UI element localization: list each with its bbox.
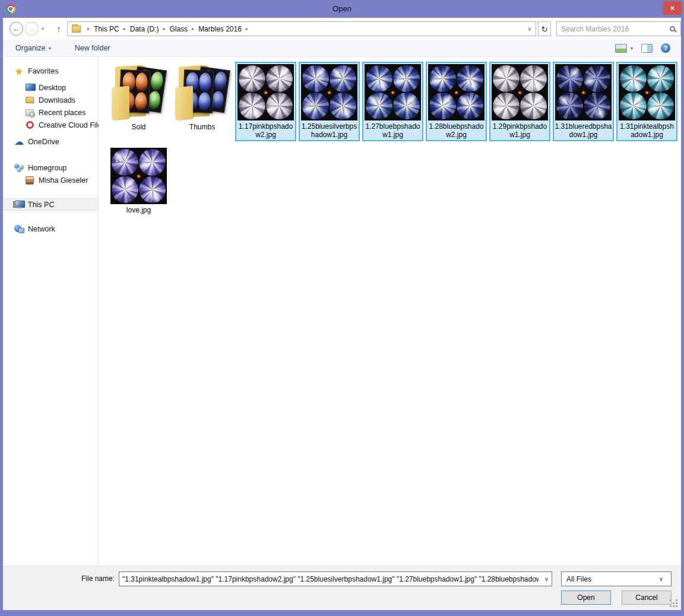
folder-icon [109,64,169,121]
breadcrumb-this-pc[interactable]: This PC [93,25,121,33]
folder-icon [72,26,81,33]
file-thumbnail: ★ [365,64,421,120]
help-icon[interactable]: ? [661,43,670,53]
refresh-button[interactable]: ↻ [538,21,551,36]
sidebar-item-label: Network [28,225,55,233]
window-title: Open [0,0,684,18]
file-name: 1.31pinktealbpshadow1.jpg [618,120,676,140]
file-item[interactable]: L♥VE ★ love.jpg [108,145,169,217]
file-thumbnail: ★ [428,64,484,120]
navigation-bar: ← → ▾ ↑ ▸ This PC ▸ Data (D:) ▸ Glass ▸ … [3,18,681,40]
dialog-body: ← → ▾ ↑ ▸ This PC ▸ Data (D:) ▸ Glass ▸ … [3,18,681,610]
network-icon [14,224,24,234]
file-thumbnail: ★ [555,64,612,120]
back-button[interactable]: ← [10,22,23,36]
search-icon[interactable] [670,26,675,31]
user-avatar-icon [24,176,35,185]
sidebar-item-misha-gieseler[interactable]: Misha Gieseler [3,174,98,186]
address-bar[interactable]: ▸ This PC ▸ Data (D:) ▸ Glass ▸ Marbles … [67,21,536,36]
search-input[interactable] [561,25,670,33]
sidebar-item-recent-places[interactable]: Recent places [3,106,98,119]
file-name: 1.31blueredbpshadow1.jpg [554,120,613,140]
sidebar-item-onedrive[interactable]: ☁ OneDrive [3,135,98,148]
file-name-dropdown-icon[interactable]: ∨ [542,576,552,582]
sidebar-item-label: Recent places [39,109,86,117]
folder-item[interactable]: Thumbs [172,63,233,141]
file-list-area: Sold Thumbs [99,57,681,566]
star-watermark-icon: ★ [644,89,649,95]
star-watermark-icon: ★ [581,89,585,95]
breadcrumb-data-drive[interactable]: Data (D:) [129,25,160,33]
star-watermark-icon: ★ [327,89,331,95]
title-bar: Open × [0,0,684,18]
file-name-label: File name: [3,574,115,583]
command-toolbar: Organize ▾ New folder ▾ ? [3,40,681,57]
star-watermark-icon: ★ [517,89,522,95]
file-item[interactable]: ★ 1.17pinkbpshadow2.jpg [235,62,296,141]
sidebar-item-creative-cloud-files[interactable]: Creative Cloud Files [3,119,98,131]
breadcrumb-glass[interactable]: Glass [168,25,189,33]
history-dropdown-button[interactable]: ▾ [42,26,44,31]
file-thumbnail: ★ [492,64,548,120]
resize-grip[interactable] [670,599,678,608]
file-item[interactable]: ★ 1.29pinkbpshadow1.jpg [489,62,550,141]
sidebar-item-label: OneDrive [28,138,59,146]
new-folder-button[interactable]: New folder [75,44,110,52]
change-view-button[interactable]: ▾ [615,44,633,53]
onedrive-cloud-icon: ☁ [14,137,24,147]
file-item[interactable]: ★ 1.28bluebpshadow2.jpg [426,62,487,141]
cancel-button[interactable]: Cancel [622,590,672,605]
file-type-filter-select[interactable]: All Files ∨ [561,571,672,586]
organize-button[interactable]: Organize ▾ [15,44,51,52]
open-button[interactable]: Open [561,590,611,605]
file-type-filter-value: All Files [566,575,656,583]
sidebar-item-downloads[interactable]: ↓ Downloads [3,94,98,106]
star-watermark-icon: ★ [390,89,395,95]
sidebar-item-this-pc[interactable]: This PC [3,198,98,211]
sidebar-item-desktop[interactable]: Desktop [3,81,98,94]
back-icon: ← [12,24,20,33]
help-glyph: ? [664,45,668,52]
star-watermark-icon: ★ [454,89,458,95]
navigation-pane: ★ Favorites Desktop ↓ Downloads Recent p… [3,57,99,566]
crumb-separator-icon: ▸ [160,26,168,31]
star-watermark-icon: ★ [263,89,268,95]
sidebar-item-network[interactable]: Network [3,223,98,235]
file-item[interactable]: ★ 1.31pinktealbpshadow1.jpg [616,62,677,141]
star-watermark-icon: ★ [136,173,141,179]
file-thumbnail: L♥VE ★ [110,148,167,204]
chevron-down-icon: ▾ [631,46,633,51]
folder-item[interactable]: Sold [108,63,169,141]
address-dropdown-icon[interactable]: ∨ [524,26,536,32]
file-item[interactable]: ★ 1.25bluesilverbpshadow1.jpg [299,62,360,141]
file-name: 1.25bluesilverbpshadow1.jpg [300,120,359,140]
chevron-down-icon: ▾ [49,46,51,51]
file-item[interactable]: ★ 1.27bluebpshadow1.jpg [362,62,423,141]
love-overlay-text: L♥VE [116,158,129,163]
folder-name: Sold [109,121,168,132]
up-button[interactable]: ↑ [53,23,65,35]
up-icon: ↑ [56,24,61,34]
refresh-icon: ↻ [541,24,548,34]
desktop-icon [24,83,35,93]
preview-pane-icon[interactable] [641,44,653,53]
organize-label: Organize [15,44,46,52]
file-thumbnail: ★ [619,64,675,120]
file-thumbnail: ★ [301,64,357,120]
downloads-icon: ↓ [24,96,35,105]
sidebar-item-homegroup[interactable]: Homegroup [3,161,98,174]
file-name: 1.17pinkbpshadow2.jpg [236,120,295,140]
sidebar-item-label: Homegroup [28,164,66,172]
breadcrumb-marbles-2016[interactable]: Marbles 2016 [197,25,243,33]
forward-icon: → [28,24,36,33]
file-name: 1.29pinkbpshadow1.jpg [490,120,549,140]
file-name-input[interactable] [119,575,542,583]
file-item[interactable]: ★ 1.31blueredbpshadow1.jpg [553,62,614,141]
file-grid: Sold Thumbs [108,62,681,221]
folder-icon [173,64,232,121]
close-button[interactable]: × [663,1,682,15]
forward-button[interactable]: → [25,22,39,36]
favorites-star-icon: ★ [14,66,24,76]
sidebar-item-favorites[interactable]: ★ Favorites [3,65,98,77]
sidebar-item-label: Desktop [39,84,66,92]
